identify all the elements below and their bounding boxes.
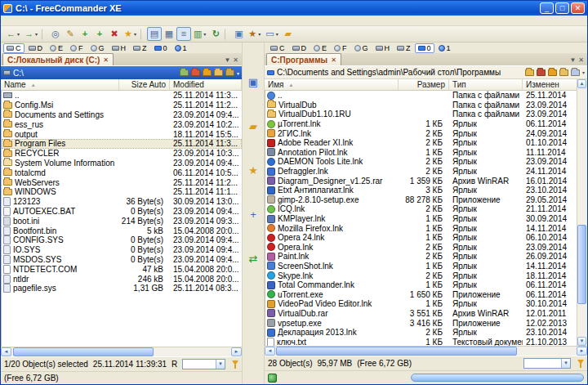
- Opera.lnk[interactable]: Opera.lnk 2 КБ Ярлык 23.09.2014: [265, 243, 577, 253]
- VideoPad Video Editor.lnk[interactable]: VideoPad Video Editor.lnk 1 КБ Ярлык 30.…: [265, 299, 577, 309]
- path-dropdown-icon[interactable]: ▾: [237, 70, 239, 76]
- drive-f[interactable]: F: [67, 43, 87, 53]
- menu-view[interactable]: [50, 16, 61, 26]
- boot.ini[interactable]: boot.ini 214 Byte(s) 23.09.2014 09:3...: [2, 216, 242, 226]
- drive-0[interactable]: 0: [151, 43, 171, 53]
- column-header-modified[interactable]: Изменен: [523, 79, 577, 90]
- Documents and Settings[interactable]: Documents and Settings 23.09.2014 09:4..…: [2, 110, 242, 120]
- search-button[interactable]: ◎: [48, 27, 63, 41]
- separator[interactable]: [42, 29, 47, 40]
- pagefile.sys[interactable]: pagefile.sys 1,31 GB 25.11.2014 08:3...: [2, 284, 242, 293]
- drive-1[interactable]: 1: [172, 43, 190, 53]
- view-details-button[interactable]: ≡: [176, 27, 191, 41]
- CONFIG.SYS[interactable]: CONFIG.SYS 0 Byte(s) 23.09.2014 09:4...: [2, 235, 242, 245]
- drive-e[interactable]: E: [310, 43, 330, 53]
- menu-edit[interactable]: [16, 16, 27, 26]
- filter-icon[interactable]: [577, 360, 584, 368]
- output[interactable]: output 18.11.2014 15:5...: [2, 129, 242, 139]
- WINDOWS[interactable]: WINDOWS 25.11.2014 11:1...: [2, 187, 242, 197]
- tab-bar-close-icon[interactable]: ✕: [233, 56, 238, 64]
- chevron-down-icon[interactable]: ▼: [216, 360, 225, 369]
- minimize-button[interactable]: _: [540, 2, 554, 14]
- ICQ.lnk[interactable]: ICQ.lnk 2 КБ Ярлык 21.11.2014: [265, 204, 577, 214]
- tab-list-dropdown-icon[interactable]: ▼: [224, 56, 230, 64]
- VirtualDub1.10.1RU[interactable]: VirtualDub1.10.1RU Папка с файлами 23.09…: [265, 110, 577, 119]
- drive-g[interactable]: G: [351, 43, 372, 53]
- MSDOS.SYS[interactable]: MSDOS.SYS 0 Byte(s) 23.09.2014 09:4...: [2, 255, 242, 265]
- column-header-size[interactable]: Размер: [399, 79, 449, 90]
- menu-favorites[interactable]: [38, 16, 50, 26]
- close-button[interactable]: ✕: [571, 2, 585, 14]
- drive-h[interactable]: H: [372, 43, 394, 53]
- Diagram_Designer_v1.25.rar[interactable]: Diagram_Designer_v1.25.rar 1 359 КБ Архи…: [265, 176, 577, 186]
- new-folder-button[interactable]: ▣: [231, 27, 246, 41]
- Adobe Reader XI.lnk[interactable]: Adobe Reader XI.lnk 2 КБ Ярлык 01.10.201…: [265, 138, 577, 148]
- Defraggler.lnk[interactable]: Defraggler.lnk 2 КБ Ярлык 24.11.2014: [265, 167, 577, 177]
- totalcmd[interactable]: totalcmd 06.11.2014 10:5...: [2, 168, 242, 177]
- filter-combobox[interactable]: ▼: [182, 359, 225, 369]
- bottom-scrollbar-thumb[interactable]: [411, 374, 584, 382]
- DAEMON Tools Lite.lnk[interactable]: DAEMON Tools Lite.lnk 2 КБ Ярлык 23.09.2…: [265, 157, 577, 167]
- VirtualDub[interactable]: VirtualDub Папка с файлами 23.09.2014: [265, 101, 577, 110]
- drive-d[interactable]: D: [289, 43, 310, 53]
- tab-local-disk-c[interactable]: C:Локальный диск (C:) ✕: [2, 53, 114, 65]
- copy-button[interactable]: ★: [246, 163, 261, 177]
- screenshot-button[interactable]: ▭ ▾: [263, 27, 280, 41]
- Annotation Pilot.lnk[interactable]: Annotation Pilot.lnk 1 КБ Ярлык 11.11.20…: [265, 148, 577, 158]
- tab-close-icon[interactable]: ✕: [103, 56, 109, 64]
- up-folder-icon[interactable]: [548, 69, 557, 76]
- recycle-icon[interactable]: [268, 374, 277, 383]
- menu-file[interactable]: [4, 16, 16, 26]
- NTDETECT.COM[interactable]: NTDETECT.COM 47 kB 15.04.2008 20:0...: [2, 264, 242, 274]
- tab-programs[interactable]: C:Программы ✕: [266, 53, 341, 65]
- edit-button[interactable]: ✎: [63, 27, 78, 41]
- chevron-down-icon[interactable]: ▼: [561, 359, 570, 368]
- Paint.lnk[interactable]: Paint.lnk 2 КБ Ярлык 26.09.2014: [265, 252, 577, 262]
- KMPlayer.lnk[interactable]: KMPlayer.lnk 1 КБ Ярлык 30.09.2014: [265, 214, 577, 224]
- menu-help[interactable]: [73, 16, 84, 26]
- Total Commander.lnk[interactable]: Total Commander.lnk 1 КБ Ярлык 06.11.201…: [265, 280, 577, 290]
- refresh-button[interactable]: ↻: [208, 27, 223, 41]
- separator[interactable]: [140, 29, 145, 40]
- copy-path-icon[interactable]: [225, 69, 234, 76]
- open-folder-icon[interactable]: [559, 69, 568, 76]
- menu-folder[interactable]: [27, 16, 38, 26]
- drive-d[interactable]: D: [25, 43, 47, 53]
- 2ГИС.lnk[interactable]: 2ГИС.lnk 2 КБ Ярлык 24.09.2014: [265, 128, 577, 138]
- filter-combobox[interactable]: ▼: [523, 358, 571, 369]
- ntldr[interactable]: ntldr 246 kB 15.04.2008 20:0...: [2, 274, 242, 284]
- gimp-2.8.10-setup.exe[interactable]: gimp-2.8.10-setup.exe 88 278 КБ Приложен…: [265, 195, 577, 205]
- delete-folder-icon[interactable]: [537, 69, 546, 76]
- VirtualDub.rar[interactable]: VirtualDub.rar 3 551 КБ Архив WinRAR 12.…: [265, 309, 577, 319]
- goto-folder-button[interactable]: ▰: [281, 27, 296, 41]
- separator[interactable]: [225, 29, 229, 40]
- ess_rus[interactable]: ess_rus 23.09.2014 10:2...: [2, 119, 242, 129]
- left-horizontal-scrollbar[interactable]: ◄ ►: [1, 347, 242, 356]
- scroll-down-icon[interactable]: ▼: [577, 337, 586, 346]
- delete-button[interactable]: ✖: [107, 27, 122, 41]
- move-button[interactable]: +: [246, 208, 261, 221]
- scroll-up-icon[interactable]: ▲: [577, 79, 586, 88]
- drive-z[interactable]: Z: [394, 43, 414, 53]
- view-thumbs-button[interactable]: ▦: [162, 27, 176, 41]
- new-folder-icon[interactable]: [525, 69, 534, 76]
- scroll-right-icon[interactable]: ►: [577, 347, 587, 356]
- scrollbar-thumb[interactable]: [13, 347, 154, 356]
- WebServers[interactable]: WebServers 25.11.2014 11:2...: [2, 177, 242, 187]
- drive-c[interactable]: C: [3, 43, 24, 53]
- column-header-type[interactable]: Тип: [449, 79, 523, 90]
- column-header-modified[interactable]: Modified: [170, 79, 242, 90]
- Opera 24.lnk[interactable]: Opera 24.lnk 1 КБ Ярлык 06.10.2014: [265, 233, 577, 243]
- Program Files[interactable]: Program Files 25.11.2014 11:3...: [2, 139, 242, 149]
- add-folder-button[interactable]: +: [78, 27, 92, 41]
- path-dropdown-icon[interactable]: ▾: [582, 69, 585, 75]
- scrollbar-thumb[interactable]: [276, 347, 517, 356]
- scroll-right-icon[interactable]: ►: [231, 347, 242, 356]
- tab-close-icon[interactable]: ✕: [331, 56, 336, 64]
- Bootfont.bin[interactable]: Bootfont.bin 5 kB 15.04.2008 20:0...: [2, 226, 242, 235]
- drive-c[interactable]: C: [267, 43, 288, 53]
- 123123[interactable]: 123123 36 Byte(s) 30.09.2014 13:0...: [2, 197, 242, 207]
- title-bar[interactable]: C:\ - FreeCommander XE _ □ ✕: [1, 1, 587, 16]
- right-horizontal-scrollbar[interactable]: ◄ ►: [265, 346, 587, 356]
- Config.Msi[interactable]: Config.Msi 25.11.2014 11:2...: [2, 101, 242, 110]
